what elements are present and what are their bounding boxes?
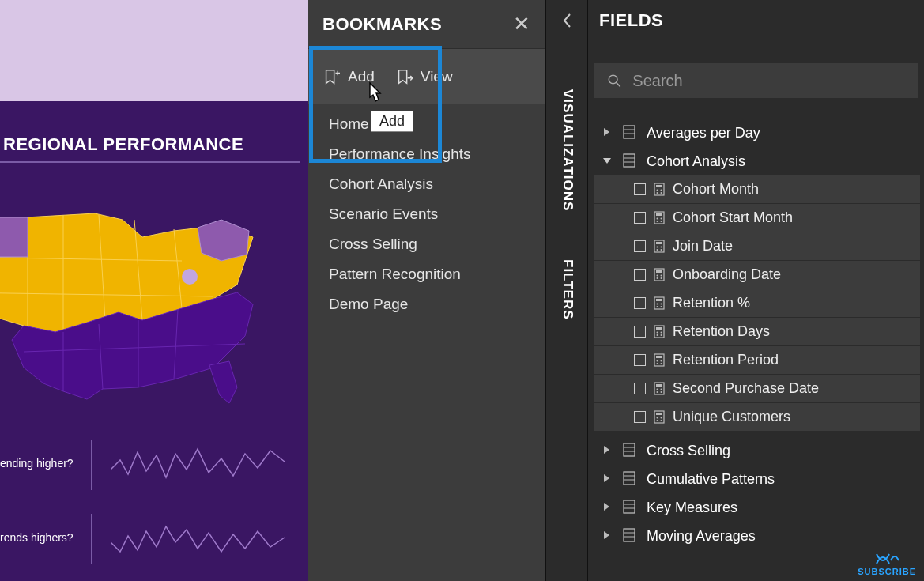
calculator-icon	[654, 211, 665, 224]
bookmark-add-icon	[322, 68, 340, 85]
svg-point-22	[661, 218, 662, 220]
close-icon[interactable]: ✕	[513, 12, 530, 36]
bookmark-item[interactable]: Demo Page	[329, 289, 545, 319]
table-icon	[623, 471, 637, 487]
expand-caret-icon	[602, 127, 613, 139]
field-table[interactable]: Moving Averages	[588, 522, 924, 550]
field-table[interactable]: Cumulative Patterns	[588, 465, 924, 493]
bookmark-item[interactable]: Cross Selling	[329, 229, 545, 259]
svg-point-45	[657, 332, 658, 334]
field-item[interactable]: Retention %	[594, 289, 920, 318]
sparkline-1-label: ending higher?	[0, 457, 74, 470]
svg-point-46	[661, 332, 662, 334]
bookmark-view-icon	[395, 68, 413, 85]
svg-point-21	[657, 218, 658, 220]
subscribe-watermark: SUBSCRIBE	[858, 549, 916, 576]
bookmarks-list: Home Performance Insights Cohort Analysi…	[308, 104, 545, 319]
svg-line-6	[616, 82, 620, 86]
field-name: Retention %	[673, 295, 750, 311]
field-table[interactable]: Cross Selling	[588, 436, 924, 465]
svg-rect-7	[624, 126, 635, 138]
bookmark-item[interactable]: Pattern Recognition	[329, 259, 545, 289]
svg-rect-20	[656, 213, 662, 216]
svg-point-36	[661, 277, 662, 279]
svg-rect-73	[624, 500, 635, 513]
search-input[interactable]	[632, 72, 906, 90]
table-name: Cohort Analysis	[647, 153, 745, 170]
bookmarks-header: BOOKMARKS ✕	[308, 0, 545, 49]
fields-pane: FIELDS Averages per DayCohort AnalysisCo…	[588, 0, 924, 581]
expand-caret-icon	[602, 502, 613, 514]
svg-point-63	[657, 417, 658, 419]
field-checkbox[interactable]	[634, 354, 646, 366]
svg-point-64	[661, 417, 662, 419]
fields-title: FIELDS	[588, 0, 924, 41]
expand-caret-icon	[602, 156, 613, 168]
calculator-icon	[654, 296, 665, 310]
field-name: Onboarding Date	[673, 266, 781, 283]
field-item[interactable]: Retention Days	[594, 318, 920, 346]
expand-pane-button[interactable]	[546, 0, 589, 41]
svg-point-51	[657, 360, 658, 362]
field-item[interactable]: Retention Period	[594, 346, 920, 375]
field-item[interactable]: Onboarding Date	[594, 261, 920, 289]
bookmark-item[interactable]: Cohort Analysis	[329, 169, 545, 199]
bookmark-item[interactable]: Performance Insights	[329, 139, 545, 169]
sparkline-2[interactable]	[111, 512, 292, 568]
view-bookmark-button[interactable]: View	[395, 68, 453, 85]
add-bookmark-button[interactable]: Add	[322, 68, 375, 85]
svg-point-16	[661, 190, 662, 191]
bookmarks-title: BOOKMARKS	[322, 14, 442, 35]
svg-point-23	[657, 221, 658, 222]
calculator-icon	[654, 325, 665, 338]
svg-point-34	[661, 275, 662, 277]
filters-toggle[interactable]: FILTERS	[546, 242, 589, 337]
field-checkbox[interactable]	[634, 411, 646, 423]
us-map-visual[interactable]	[0, 182, 277, 411]
calculator-icon	[654, 410, 665, 424]
field-checkbox[interactable]	[634, 183, 646, 195]
table-icon	[623, 528, 637, 544]
calculator-icon	[654, 268, 665, 281]
field-name: Cohort Month	[673, 181, 759, 198]
svg-point-58	[661, 389, 662, 390]
field-table[interactable]: Averages per Day	[588, 119, 924, 147]
table-icon	[623, 153, 637, 169]
svg-point-65	[657, 420, 658, 421]
field-table[interactable]: Key Measures	[588, 493, 924, 522]
svg-rect-62	[656, 413, 662, 415]
field-name: Unique Customers	[673, 409, 790, 425]
svg-point-29	[657, 249, 658, 251]
svg-point-42	[661, 306, 662, 307]
bookmark-item[interactable]: Scenario Events	[329, 199, 545, 229]
field-checkbox[interactable]	[634, 212, 646, 224]
svg-point-60	[661, 391, 662, 393]
visualizations-toggle[interactable]: VISUALIZATIONS	[546, 71, 589, 229]
field-item[interactable]: Join Date	[594, 232, 920, 261]
table-icon	[623, 443, 637, 458]
fields-search[interactable]	[594, 63, 918, 98]
svg-point-27	[657, 247, 658, 248]
svg-point-24	[661, 221, 662, 222]
field-checkbox[interactable]	[634, 240, 646, 252]
svg-rect-67	[624, 443, 635, 456]
field-item[interactable]: Cohort Start Month	[594, 204, 920, 232]
sparkline-2-label: rends highers?	[0, 531, 74, 544]
expand-caret-icon	[602, 473, 613, 485]
table-name: Cumulative Patterns	[647, 471, 775, 488]
sparkline-1[interactable]	[111, 438, 292, 493]
field-checkbox[interactable]	[634, 269, 646, 281]
field-table[interactable]: Cohort Analysis	[588, 147, 924, 175]
table-name: Key Measures	[647, 500, 737, 516]
field-item[interactable]: Second Purchase Date	[594, 375, 920, 403]
field-checkbox[interactable]	[634, 383, 646, 394]
svg-point-30	[661, 249, 662, 251]
svg-point-4	[182, 269, 198, 285]
field-checkbox[interactable]	[634, 326, 646, 338]
field-item[interactable]: Unique Customers	[594, 403, 920, 432]
svg-point-18	[661, 192, 662, 194]
field-checkbox[interactable]	[634, 297, 646, 309]
field-item[interactable]: Cohort Month	[594, 175, 920, 204]
expand-caret-icon	[602, 530, 613, 542]
bookmark-item[interactable]: Home	[329, 109, 545, 139]
